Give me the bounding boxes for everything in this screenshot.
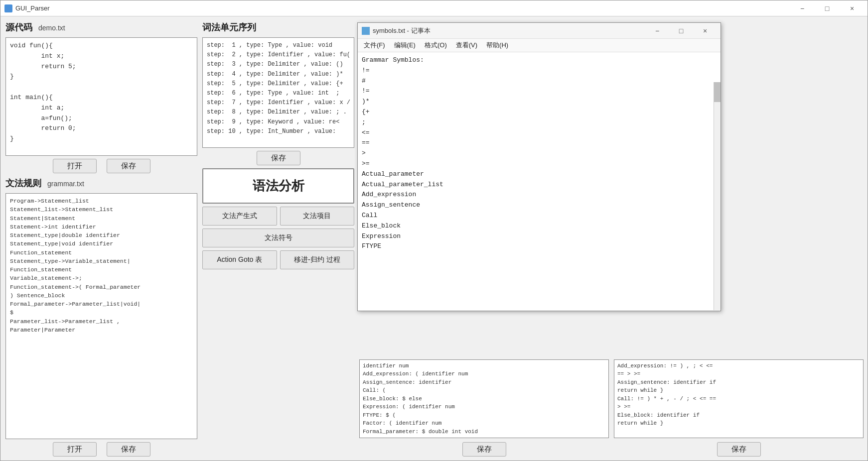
notepad-window: symbols.txt - 记事本 − □ × 文件(F) 编辑(E) 格式(O… xyxy=(357,22,721,311)
grammar-symbols-button[interactable]: 文法符号 xyxy=(202,229,354,247)
lexer-header: 词法单元序列 xyxy=(202,21,354,35)
grammar-rules-buttons: 打开 保存 xyxy=(5,442,197,457)
left-parse-output[interactable]: identifier num Add_expression: ( identif… xyxy=(359,359,609,439)
notepad-minimize-button[interactable]: − xyxy=(646,24,669,38)
syntax-analysis-button[interactable]: 语法分析 xyxy=(202,168,354,204)
notepad-title-bar: symbols.txt - 记事本 − □ × xyxy=(358,23,721,39)
notepad-format-menu[interactable]: 格式(O) xyxy=(421,40,451,51)
lexer-section: 词法单元序列 step: 1 , type: Type , value: voi… xyxy=(202,21,354,165)
close-button[interactable]: × xyxy=(841,1,864,15)
notepad-title-left: symbols.txt - 记事本 xyxy=(362,26,431,35)
notepad-close-button[interactable]: × xyxy=(694,24,717,38)
window-title: GUI_Parser xyxy=(15,4,50,12)
action-goto-button[interactable]: Action Goto 表 xyxy=(202,250,277,269)
grammar-production-button[interactable]: 文法产生式 xyxy=(202,207,277,226)
grammar-rules-filename: grammar.txt xyxy=(47,180,84,188)
source-code-header: 源代码 demo.txt xyxy=(5,21,197,35)
lexer-output[interactable]: step: 1 , type: Type , value: void step:… xyxy=(202,37,354,148)
notepad-scrollbar-thumb[interactable] xyxy=(714,82,721,102)
grammar-open-button[interactable]: 打开 xyxy=(53,442,97,457)
shift-reduce-button[interactable]: 移进-归约 过程 xyxy=(280,250,355,269)
notepad-file-menu[interactable]: 文件(F) xyxy=(360,40,389,51)
right-parse-panel: Add_expression: != ) , ; < <= == > >= As… xyxy=(614,359,864,457)
left-parse-save-row: 保存 xyxy=(359,442,609,457)
notepad-scrollbar[interactable] xyxy=(714,82,721,310)
main-window: GUI_Parser − □ × 源代码 demo.txt void fun()… xyxy=(0,0,868,461)
maximize-button[interactable]: □ xyxy=(816,1,839,15)
minimize-button[interactable]: − xyxy=(791,1,814,15)
notepad-controls: − □ × xyxy=(646,24,717,38)
right-parse-save-button[interactable]: 保存 xyxy=(717,442,761,457)
notepad-menu: 文件(F) 编辑(E) 格式(O) 查看(V) 帮助(H) xyxy=(358,39,721,52)
app-icon xyxy=(4,4,12,12)
grammar-items-button[interactable]: 文法项目 xyxy=(280,207,355,226)
left-parse-save-button[interactable]: 保存 xyxy=(462,442,506,457)
left-column: 源代码 demo.txt void fun(){ int x; return 5… xyxy=(5,21,197,457)
bottom-parse-panels: identifier num Add_expression: ( identif… xyxy=(359,359,864,457)
title-bar: GUI_Parser − □ × xyxy=(0,0,868,16)
source-code-title: 源代码 xyxy=(5,21,32,33)
notepad-maximize-button[interactable]: □ xyxy=(670,24,693,38)
action-goto-row: Action Goto 表 移进-归约 过程 xyxy=(202,250,354,269)
lexer-save-button[interactable]: 保存 xyxy=(257,151,300,165)
notepad-title: symbols.txt - 记事本 xyxy=(373,26,431,35)
source-code-editor[interactable]: void fun(){ int x; return 5; } int main(… xyxy=(5,37,197,156)
grammar-save-button[interactable]: 保存 xyxy=(107,442,150,457)
source-code-section: 源代码 demo.txt void fun(){ int x; return 5… xyxy=(5,21,197,173)
grammar-rules-header: 文法规则 grammar.txt xyxy=(5,177,197,191)
grammar-rules-title: 文法规则 xyxy=(5,177,41,189)
lexer-save-row: 保存 xyxy=(202,151,354,165)
right-parse-output[interactable]: Add_expression: != ) , ; < <= == > >= As… xyxy=(614,359,864,439)
notepad-icon xyxy=(362,27,370,35)
title-bar-controls: − □ × xyxy=(791,1,864,15)
right-parse-save-row: 保存 xyxy=(614,442,864,457)
left-parse-panel: identifier num Add_expression: ( identif… xyxy=(359,359,609,457)
source-save-button[interactable]: 保存 xyxy=(107,159,150,173)
middle-column: 词法单元序列 step: 1 , type: Type , value: voi… xyxy=(202,21,354,457)
notepad-content-area: Grammar Symblos: != # != )* {+ ; <= == >… xyxy=(358,52,721,310)
notepad-view-menu[interactable]: 查看(V) xyxy=(452,40,481,51)
notepad-edit-menu[interactable]: 编辑(E) xyxy=(390,40,420,51)
grammar-rules-section: 文法规则 grammar.txt Program->Statement_list… xyxy=(5,177,197,457)
source-open-button[interactable]: 打开 xyxy=(53,159,97,173)
source-code-filename: demo.txt xyxy=(38,24,65,32)
lexer-title: 词法单元序列 xyxy=(202,21,256,33)
notepad-content[interactable]: Grammar Symblos: != # != )* {+ ; <= == >… xyxy=(358,52,721,280)
notepad-help-menu[interactable]: 帮助(H) xyxy=(482,40,512,51)
title-bar-left: GUI_Parser xyxy=(4,4,50,12)
grammar-rules-editor[interactable]: Program->Statement_list Statement_list->… xyxy=(5,193,197,439)
grammar-btn-row: 文法产生式 文法项目 xyxy=(202,207,354,226)
source-code-buttons: 打开 保存 xyxy=(5,159,197,173)
